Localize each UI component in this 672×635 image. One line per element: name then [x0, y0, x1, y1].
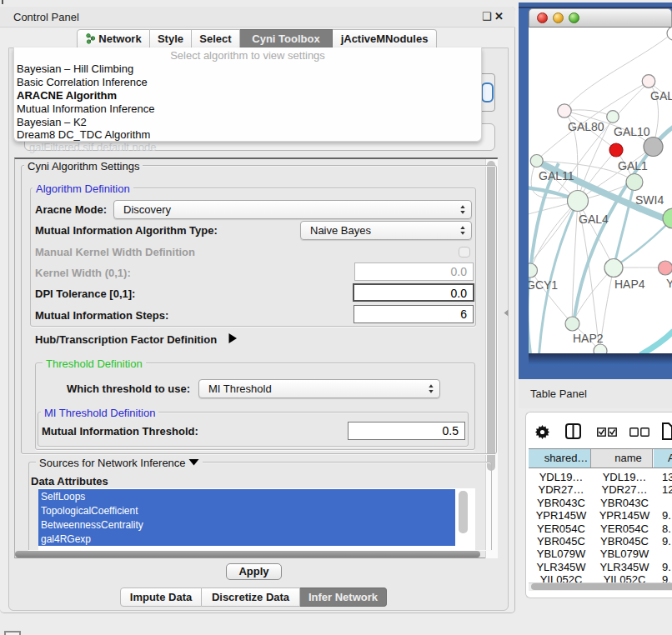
- svg-text:HAP2: HAP2: [573, 332, 604, 345]
- svg-text:Y: Y: [666, 277, 672, 290]
- svg-text:HAP4: HAP4: [614, 278, 645, 291]
- svg-text:GAL4: GAL4: [579, 212, 609, 226]
- svg-text:GAL11: GAL11: [539, 169, 574, 182]
- svg-text:GCY1: GCY1: [529, 278, 558, 292]
- svg-text:SWI4: SWI4: [635, 193, 664, 207]
- svg-text:GAL80: GAL80: [568, 120, 604, 133]
- svg-text:GAL1: GAL1: [618, 159, 648, 172]
- svg-text:GAL7: GAL7: [650, 89, 672, 102]
- svg-text:GAL10: GAL10: [614, 125, 650, 138]
